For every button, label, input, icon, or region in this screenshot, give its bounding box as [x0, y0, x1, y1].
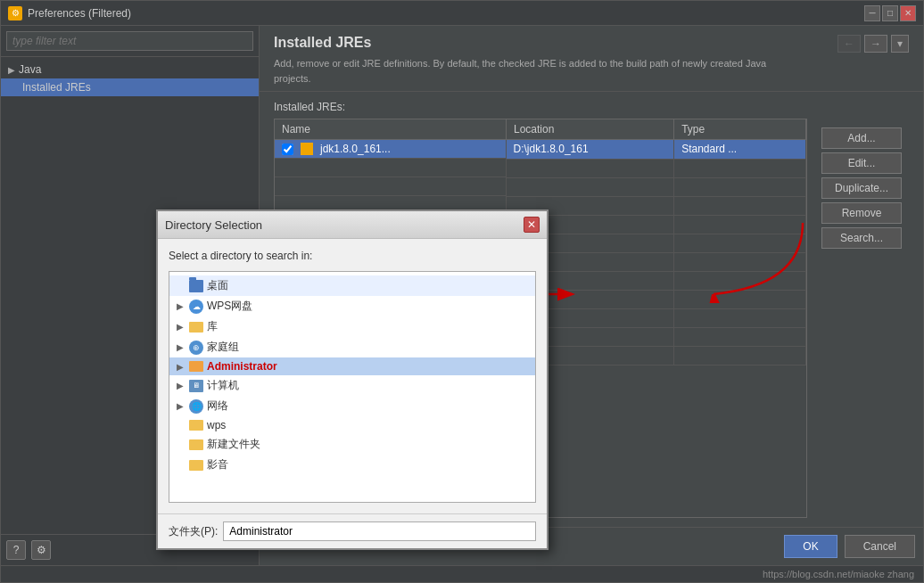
dir-arrow-desktop: [177, 281, 186, 291]
homegroup-icon: ⊕: [189, 342, 203, 353]
dir-item-desktop[interactable]: 桌面: [169, 275, 535, 296]
dialog-title-bar: Directory Selection ✕: [158, 211, 547, 239]
dialog-close-button[interactable]: ✕: [524, 217, 540, 233]
dir-item-wps-folder[interactable]: wps: [169, 416, 535, 434]
dir-item-computer[interactable]: ▶ 🖥 计算机: [169, 375, 535, 396]
dir-label-media: 影音: [207, 457, 228, 472]
wps-folder-icon: [189, 420, 203, 431]
dir-arrow-library: ▶: [177, 322, 186, 332]
dir-arrow-media: [177, 460, 186, 470]
dir-label-new-folder: 新建文件夹: [207, 437, 260, 452]
dir-item-wps-disk[interactable]: ▶ ☁ WPS网盘: [169, 296, 535, 316]
directory-tree[interactable]: 桌面 ▶ ☁ WPS网盘 ▶ 库: [169, 271, 536, 503]
library-folder-icon: [189, 322, 203, 333]
folder-path-row: 文件夹(P):: [169, 521, 536, 541]
media-folder-icon: [189, 460, 203, 471]
dir-label-administrator: Administrator: [207, 360, 277, 373]
dialog-description: Select a directory to search in:: [169, 250, 536, 262]
new-folder-icon: [189, 439, 203, 450]
folder-path-input[interactable]: [223, 521, 536, 541]
dir-arrow-admin: ▶: [177, 362, 186, 372]
dir-item-network[interactable]: ▶ 🌐 网络: [169, 396, 535, 416]
dir-item-new-folder[interactable]: 新建文件夹: [169, 434, 535, 455]
dir-label-desktop: 桌面: [207, 278, 228, 293]
dir-label-wps-folder: wps: [207, 419, 226, 431]
dir-item-media[interactable]: 影音: [169, 455, 535, 475]
folder-path-label: 文件夹(P):: [169, 524, 218, 539]
dir-label-homegroup: 家庭组: [207, 340, 239, 355]
dir-label-computer: 计算机: [207, 378, 239, 393]
cancel-button[interactable]: Cancel: [845, 535, 915, 558]
dialog-overlay: Directory Selection ✕ Select a directory…: [0, 0, 924, 583]
dir-label-library: 库: [207, 319, 218, 334]
dir-item-administrator[interactable]: ▶ Administrator: [169, 357, 535, 375]
dir-arrow-homegroup: ▶: [177, 342, 186, 352]
main-dialog-buttons: OK Cancel: [784, 535, 915, 558]
dir-arrow-wps-folder: [177, 421, 186, 431]
network-icon: 🌐: [189, 401, 203, 412]
dir-arrow-computer: ▶: [177, 381, 186, 390]
ok-button[interactable]: OK: [784, 535, 837, 558]
dir-item-library[interactable]: ▶ 库: [169, 316, 535, 337]
wps-cloud-icon: ☁: [189, 301, 203, 312]
dialog-title: Directory Selection: [165, 218, 262, 232]
dir-label-wps: WPS网盘: [207, 299, 252, 314]
red-arrow-down: [624, 214, 821, 303]
dir-arrow-new-folder: [177, 439, 186, 449]
desktop-folder-icon: [189, 281, 203, 292]
computer-icon: 🖥: [189, 381, 203, 391]
dialog-content: Select a directory to search in: 桌面 ▶: [158, 239, 547, 513]
directory-selection-dialog: Directory Selection ✕ Select a directory…: [156, 209, 549, 550]
dialog-footer: 文件夹(P):: [158, 513, 547, 548]
dir-arrow-wps: ▶: [177, 301, 186, 311]
dir-item-homegroup[interactable]: ▶ ⊕ 家庭组: [169, 337, 535, 357]
dir-arrow-network: ▶: [177, 401, 186, 411]
dir-label-network: 网络: [207, 398, 228, 414]
admin-folder-icon: [189, 361, 203, 372]
